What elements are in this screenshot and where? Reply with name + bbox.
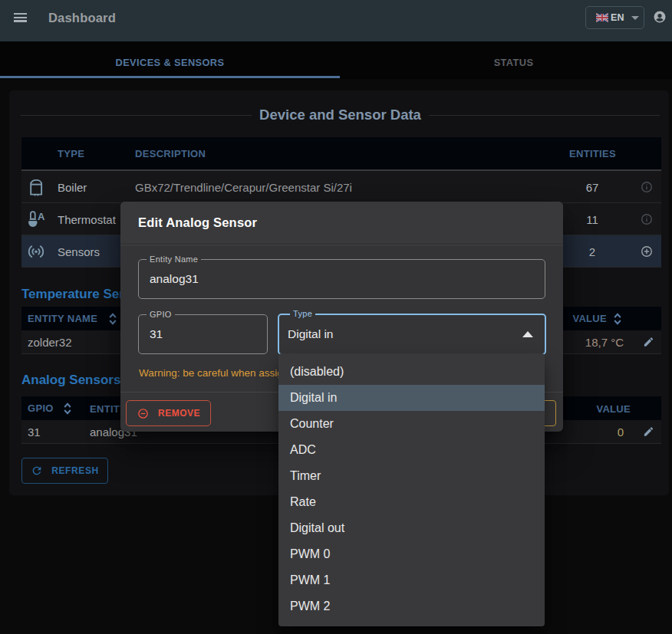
svg-text:A: A	[38, 211, 45, 222]
